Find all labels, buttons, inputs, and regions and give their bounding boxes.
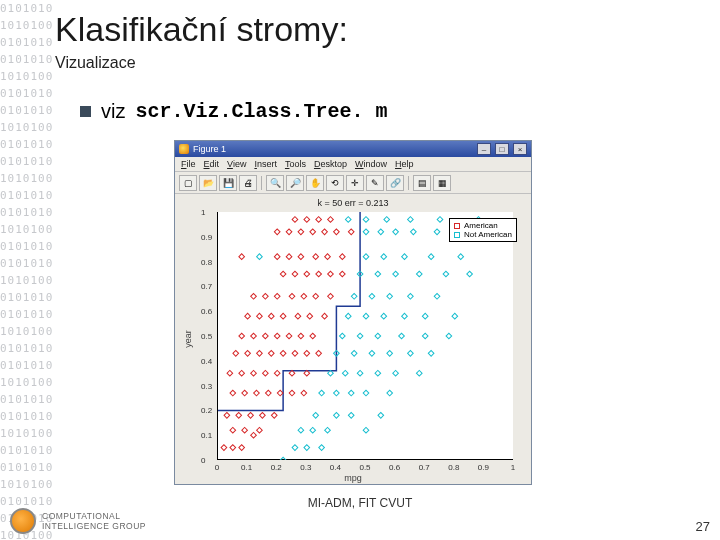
svg-rect-49 <box>263 293 269 299</box>
svg-rect-83 <box>298 427 304 433</box>
menu-window[interactable]: Window <box>355 159 387 169</box>
pan-icon[interactable]: ✋ <box>306 175 324 191</box>
svg-rect-136 <box>458 254 464 260</box>
svg-rect-58 <box>316 271 322 277</box>
svg-rect-53 <box>313 293 319 299</box>
zoom-out-icon[interactable]: 🔎 <box>286 175 304 191</box>
svg-rect-137 <box>363 229 369 235</box>
svg-rect-73 <box>334 229 340 235</box>
page-number: 27 <box>696 519 710 534</box>
svg-rect-22 <box>263 370 269 376</box>
menu-desktop[interactable]: Desktop <box>314 159 347 169</box>
svg-rect-113 <box>446 333 452 339</box>
x-tick: 0.8 <box>448 463 459 472</box>
svg-rect-94 <box>363 390 369 396</box>
svg-rect-16 <box>277 390 283 396</box>
chart-title: k = 50 err = 0.213 <box>175 198 531 208</box>
bullet-marker <box>80 106 91 117</box>
svg-rect-10 <box>260 413 266 419</box>
svg-rect-119 <box>452 313 458 319</box>
svg-rect-59 <box>328 271 334 277</box>
svg-rect-131 <box>257 254 263 260</box>
logo-text-top: COMPUTATIONAL <box>42 511 146 521</box>
svg-rect-85 <box>325 427 331 433</box>
y-tick: 1 <box>201 208 205 217</box>
menu-file[interactable]: File <box>181 159 196 169</box>
new-icon[interactable]: ▢ <box>179 175 197 191</box>
rotate-icon[interactable]: ⟲ <box>326 175 344 191</box>
y-tick: 0.9 <box>201 232 212 241</box>
menu-edit[interactable]: Edit <box>204 159 220 169</box>
svg-rect-109 <box>357 333 363 339</box>
svg-rect-98 <box>357 370 363 376</box>
svg-rect-14 <box>254 390 260 396</box>
svg-rect-104 <box>369 351 375 357</box>
svg-rect-93 <box>348 390 354 396</box>
slide-title: Klasifikační stromy: <box>55 10 348 49</box>
svg-rect-112 <box>422 333 428 339</box>
svg-rect-18 <box>301 390 307 396</box>
y-tick: 0 <box>201 456 205 465</box>
save-icon[interactable]: 💾 <box>219 175 237 191</box>
open-icon[interactable]: 📂 <box>199 175 217 191</box>
data-cursor-icon[interactable]: ✛ <box>346 175 364 191</box>
matlab-figure-window: Figure 1 – □ × File Edit View Insert Too… <box>174 140 532 485</box>
maximize-button[interactable]: □ <box>495 143 509 155</box>
menu-insert[interactable]: Insert <box>254 159 277 169</box>
legend-icon[interactable]: ▦ <box>433 175 451 191</box>
svg-rect-130 <box>467 271 473 277</box>
svg-rect-66 <box>325 254 331 260</box>
svg-rect-36 <box>263 333 269 339</box>
svg-rect-41 <box>245 313 251 319</box>
code-filename: scr.Viz.Class.Tree. m <box>135 100 387 123</box>
svg-rect-138 <box>378 229 384 235</box>
svg-rect-65 <box>313 254 319 260</box>
y-tick: 0.4 <box>201 356 212 365</box>
x-tick: 0.9 <box>478 463 489 472</box>
legend: American Not American <box>449 218 517 242</box>
svg-rect-111 <box>399 333 405 339</box>
svg-rect-141 <box>434 229 440 235</box>
svg-rect-114 <box>345 313 351 319</box>
svg-rect-48 <box>251 293 257 299</box>
bullet-item: viz scr.Viz.Class.Tree. m <box>80 100 388 123</box>
svg-rect-127 <box>393 271 399 277</box>
svg-rect-105 <box>387 351 393 357</box>
svg-rect-101 <box>416 370 422 376</box>
window-title: Figure 1 <box>193 144 226 154</box>
close-button[interactable]: × <box>513 143 527 155</box>
svg-rect-38 <box>286 333 292 339</box>
svg-rect-37 <box>274 333 280 339</box>
svg-rect-120 <box>351 293 357 299</box>
colorbar-icon[interactable]: ▤ <box>413 175 431 191</box>
minimize-button[interactable]: – <box>477 143 491 155</box>
svg-rect-5 <box>242 427 248 433</box>
zoom-in-icon[interactable]: 🔍 <box>266 175 284 191</box>
link-icon[interactable]: 🔗 <box>386 175 404 191</box>
svg-rect-17 <box>289 390 295 396</box>
svg-rect-15 <box>265 390 271 396</box>
svg-rect-29 <box>268 351 274 357</box>
menu-help[interactable]: Help <box>395 159 414 169</box>
brush-icon[interactable]: ✎ <box>366 175 384 191</box>
svg-rect-13 <box>242 390 248 396</box>
svg-rect-122 <box>387 293 393 299</box>
print-icon[interactable]: 🖨 <box>239 175 257 191</box>
menu-tools[interactable]: Tools <box>285 159 306 169</box>
y-tick: 0.5 <box>201 332 212 341</box>
chart-svg <box>218 212 514 460</box>
svg-rect-88 <box>334 413 340 419</box>
svg-rect-123 <box>408 293 414 299</box>
svg-rect-12 <box>230 390 236 396</box>
svg-rect-145 <box>363 217 369 223</box>
menu-view[interactable]: View <box>227 159 246 169</box>
svg-rect-8 <box>236 413 242 419</box>
svg-rect-64 <box>298 254 304 260</box>
svg-rect-72 <box>322 229 328 235</box>
svg-rect-117 <box>402 313 408 319</box>
svg-rect-51 <box>289 293 295 299</box>
svg-rect-106 <box>408 351 414 357</box>
svg-rect-68 <box>274 229 280 235</box>
svg-rect-134 <box>402 254 408 260</box>
svg-rect-7 <box>224 413 230 419</box>
